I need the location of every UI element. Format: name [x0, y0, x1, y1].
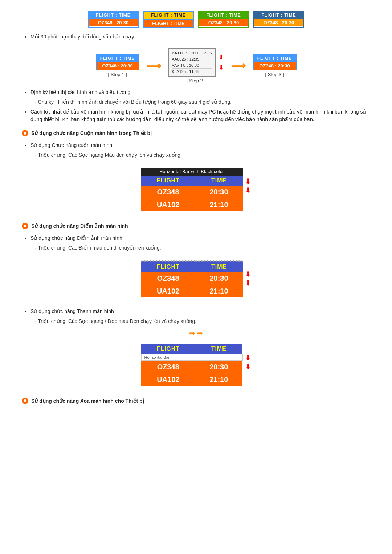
flight-table-2-container: FLIGHT TIME OZ348 20:30 UA102 21:10 ⬇ ⬇	[141, 260, 251, 297]
flight-box-1-data: OZ348 : 20:30	[89, 19, 138, 26]
step-1-box: FLIGHT : TIME OZ348 : 20:30 [ Step 1 ]	[96, 54, 139, 77]
table2-wrapper: FLIGHT TIME OZ348 20:30 UA102 21:10 ⬇ ⬇	[22, 255, 370, 303]
flight-table-1: Horizontal Bar with Black color FLIGHT T…	[141, 168, 243, 211]
table1-r2c1: UA102	[141, 198, 195, 211]
section-2-icon	[22, 223, 28, 229]
horiz-arrow-2: ➡	[197, 329, 203, 337]
section-2-title: Sử dụng chức năng Điểm ảnh màn hình	[31, 223, 128, 229]
table1-col2-header: TIME	[195, 176, 243, 186]
table3-col1-header: FLIGHT	[141, 344, 195, 354]
edit-down-arrow-2: ⬇	[219, 63, 224, 71]
table2-r1c2: 20:30	[195, 272, 243, 285]
table2-col2-header: TIME	[195, 261, 243, 272]
step-2-label: [ Step 2 ]	[168, 78, 224, 83]
flight-box-2-data: FLIGHT : TIME	[144, 20, 193, 27]
flight-box-1: FLIGHT : TIME OZ348 : 20:30	[88, 11, 139, 28]
top-flight-boxes: FLIGHT : TIME OZ348 : 20:30 FLIGHT : TIM…	[22, 11, 370, 28]
table1-row-1: OZ348 20:30	[141, 186, 243, 198]
bullet-2-text: Định kỳ hiển thị các hình ảnh và biểu tư…	[30, 89, 370, 96]
section-1-header: Sử dụng chức năng Cuộn màn hình trong Th…	[22, 130, 370, 136]
flight-table-3-container: FLIGHT TIME Horizontal Bar OZ348 20:30 U…	[141, 344, 251, 386]
section-2-sub: - Triệu chứng: Các Điểm màu đen di chuyể…	[35, 244, 370, 252]
step-3-header: FLIGHT : TIME	[254, 55, 296, 62]
flight-box-4-header: FLIGHT : TIME	[254, 12, 303, 19]
table3-arrow-1: ⬇	[245, 354, 251, 361]
flight-box-3: FLIGHT : TIME OZ348 : 20:30	[198, 11, 249, 28]
table1-r2c2: 21:10	[195, 198, 243, 211]
table3-arrow-2: ⬇	[245, 363, 251, 370]
section-4-header: Sử dụng chức năng Xóa màn hình cho Thiết…	[22, 398, 370, 404]
section-1-bullets: Sử dụng Chức năng cuộn màn hình - Triệu …	[22, 141, 370, 159]
flight-box-3-data: OZ348 : 20:30	[199, 19, 248, 26]
bullet-3-text: Cách tốt nhất để bảo vệ màn hình không b…	[30, 108, 370, 123]
step-arrow-1: ⟹	[147, 60, 161, 72]
table2-arrow-1: ⬇	[245, 271, 251, 278]
step-2-edit-box: BA11U : 12:00 12:35 AA0025 : 12:35 VAVIT…	[168, 48, 216, 77]
step-2-box: BA11U : 12:00 12:35 AA0025 : 12:35 VAVIT…	[168, 48, 224, 83]
table2-r2c2: 21:10	[195, 285, 243, 297]
section-1-icon	[22, 130, 28, 136]
section-1-title: Sử dụng chức năng Cuộn màn hình trong Th…	[31, 130, 152, 136]
table3-header-row: FLIGHT TIME	[141, 344, 242, 354]
step-1-data: OZ348 : 20:30	[97, 62, 139, 70]
step-1-flight-box: FLIGHT : TIME OZ348 : 20:30	[96, 54, 139, 70]
step-1-label: [ Step 1 ]	[96, 72, 139, 77]
table3-r2c2: 21:10	[195, 373, 242, 386]
sub-note-1: - Chu kỳ : Hiển thị hình ảnh di chuyển v…	[35, 98, 370, 106]
table2-arrow-2: ⬇	[245, 279, 251, 287]
table3-col2-header: TIME	[195, 344, 242, 354]
table2-red-arrows: ⬇ ⬇	[245, 260, 251, 287]
table3-scan-label: Horizontal Bar	[141, 354, 242, 361]
step-3-label: [ Step 3 ]	[253, 72, 297, 77]
section-3-sub: - Triệu chứng: Các Sọc ngang / Dọc màu Đ…	[35, 317, 370, 325]
table1-r1c1: OZ348	[141, 186, 195, 198]
section-4-title: Sử dụng chức năng Xóa màn hình cho Thiết…	[31, 398, 144, 404]
table1-col1-header: FLIGHT	[141, 176, 195, 186]
flight-table-1-container: Horizontal Bar with Black color FLIGHT T…	[141, 168, 251, 211]
table2-col1-header: FLIGHT	[141, 261, 195, 272]
table3-row-1: OZ348 20:30	[141, 361, 242, 374]
edit-down-arrow-1: ⬇	[219, 53, 224, 61]
section-2-header: Sử dụng chức năng Điểm ảnh màn hình	[22, 223, 370, 229]
flight-table-2: FLIGHT TIME OZ348 20:30 UA102 21:10	[141, 260, 243, 297]
table2-header-row: FLIGHT TIME	[141, 261, 243, 272]
table2-row-2: UA102 21:10	[141, 285, 243, 297]
horiz-arrows: ➡ ➡	[189, 329, 203, 337]
edit-row-4: KI A125 : 11:45	[172, 69, 212, 74]
edit-row-3: VAVITU : 10:30	[172, 62, 212, 69]
bullet-section-2: Định kỳ hiển thị các hình ảnh và biểu tư…	[22, 89, 370, 123]
flight-table-3: FLIGHT TIME Horizontal Bar OZ348 20:30 U…	[141, 344, 243, 386]
table3-red-arrows: ⬇ ⬇	[245, 344, 251, 370]
table3-scan-label-row: Horizontal Bar	[141, 354, 242, 361]
flight-box-3-header: FLIGHT : TIME	[199, 12, 248, 19]
table2-r1c1: OZ348	[141, 272, 195, 285]
step-1-header: FLIGHT : TIME	[97, 55, 139, 62]
flight-box-2-header: FLIGHT : TIME	[144, 12, 193, 20]
step-3-flight-box: FLIGHT : TIME OZ348 : 20:30	[253, 54, 297, 70]
step-arrow-2: ⟹	[231, 60, 246, 72]
section-3-bullets: Sử dụng chức năng Thanh màn hình - Triệu…	[22, 308, 370, 325]
edit-row-1: BA11U : 12:00 12:35	[172, 50, 212, 56]
table1-arrow-2: ⬇	[245, 186, 251, 194]
flight-box-2: FLIGHT : TIME FLIGHT : TIME	[143, 11, 194, 28]
flight-box-4: FLIGHT : TIME OZ348 : 20:30	[253, 11, 304, 28]
section-1-bullet-1: Sử dụng Chức năng cuộn màn hình	[30, 141, 370, 149]
table1-title: Horizontal Bar with Black color	[141, 168, 243, 176]
section-1-sub: - Triệu chứng: Các Sọc ngang Màu đen chạ…	[35, 151, 370, 159]
table1-red-arrows: ⬇ ⬇	[245, 168, 251, 194]
step-3-data: OZ348 : 20:30	[254, 62, 296, 70]
section-3-bullet-1: Sử dụng chức năng Thanh màn hình	[30, 308, 370, 315]
table1-header-row: FLIGHT TIME	[141, 176, 243, 186]
table3-wrapper: ➡ ➡ FLIGHT TIME Horizontal Bar OZ348 20:…	[22, 329, 370, 391]
table2-row-1: OZ348 20:30	[141, 272, 243, 285]
section-2-bullets: Sử dụng chức năng Điểm ảnh màn hình - Tr…	[22, 234, 370, 252]
step-3-box: FLIGHT : TIME OZ348 : 20:30 [ Step 3 ]	[253, 54, 297, 77]
horiz-arrow-1: ➡	[189, 329, 195, 337]
section-2-bullet-1: Sử dụng chức năng Điểm ảnh màn hình	[30, 234, 370, 242]
table3-r1c2: 20:30	[195, 361, 242, 374]
edit-row-2: AA0025 : 12:35	[172, 56, 212, 62]
table3-r2c1: UA102	[141, 373, 195, 386]
step-diagram: FLIGHT : TIME OZ348 : 20:30 [ Step 1 ] ⟹…	[22, 48, 370, 83]
table3-r1c1: OZ348	[141, 361, 195, 374]
table1-wrapper: Horizontal Bar with Black color FLIGHT T…	[22, 163, 370, 216]
